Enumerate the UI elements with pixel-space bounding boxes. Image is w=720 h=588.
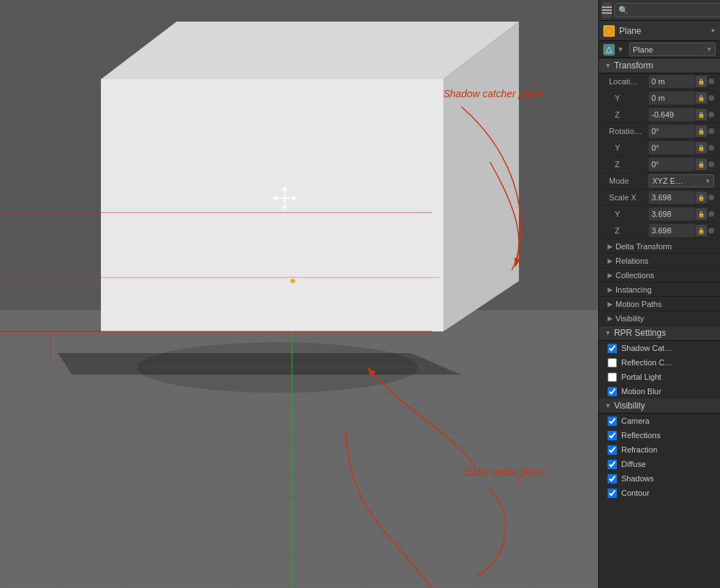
lock-sz-icon[interactable]: 🔒 <box>695 225 707 236</box>
lock-ry-icon[interactable]: 🔒 <box>695 142 707 153</box>
mode-dropdown[interactable]: XYZ E… ▼ <box>649 174 714 187</box>
transform-section-header[interactable]: ▼ Transform <box>599 58 720 74</box>
motion-blur-checkbox[interactable] <box>608 387 617 396</box>
rotation-x-value[interactable]: 0° <box>649 125 695 138</box>
motion-paths-header[interactable]: ▶ Motion Paths <box>599 297 720 311</box>
svg-rect-47 <box>602 9 612 11</box>
y-label: Y <box>609 94 649 102</box>
portal-light-row: Portal Light <box>599 370 720 384</box>
location-label: Locati… <box>609 77 649 86</box>
collections-header[interactable]: ▶ Collections <box>599 268 720 282</box>
scale-z-row: Z 3.698 🔒 <box>599 223 720 239</box>
camera-label: Camera <box>621 416 649 425</box>
shadow-catcher-row: Shadow Cat… <box>599 341 720 355</box>
lock-rx-icon[interactable]: 🔒 <box>695 125 707 137</box>
lock-x-icon[interactable]: 🔒 <box>695 76 707 87</box>
camera-checkbox[interactable] <box>608 416 617 426</box>
reflection-catcher-label: Reflection C… <box>621 358 672 367</box>
lock-sx-icon[interactable]: 🔒 <box>695 192 707 203</box>
object-name: Plane <box>619 26 641 36</box>
reflection-catcher-checkbox[interactable] <box>608 358 617 368</box>
lock-z-icon[interactable]: 🔒 <box>695 109 707 120</box>
svg-point-41 <box>290 279 295 283</box>
top-toolbar: ✦ <box>599 0 720 21</box>
contour-checkbox[interactable] <box>608 489 617 498</box>
svg-text:|: | <box>517 475 519 485</box>
rpr-settings-title: RPR Settings <box>614 328 666 338</box>
pin-icon: ✦ <box>710 27 716 35</box>
location-y-value[interactable]: 0 m <box>649 92 695 104</box>
motion-blur-label: Motion Blur <box>621 387 662 396</box>
transform-title: Transform <box>614 61 653 71</box>
rotation-y-value[interactable]: 0° <box>649 141 695 154</box>
refraction-label: Refraction <box>621 445 657 454</box>
lock-y-icon[interactable]: 🔒 <box>695 92 707 104</box>
shadows-row: Shadows <box>599 471 720 486</box>
visibility-label: Visibility <box>615 314 644 323</box>
motion-blur-row: Motion Blur <box>599 384 720 398</box>
instancing-arrow-icon: ▶ <box>608 286 613 293</box>
scale-y-row: Y 3.698 🔒 <box>599 206 720 223</box>
diffuse-label: Diffuse <box>621 460 646 468</box>
dot-y <box>708 95 714 101</box>
sz-label: Z <box>609 226 649 235</box>
svg-rect-48 <box>602 12 612 14</box>
mesh-icon <box>603 44 615 55</box>
rotation-z-row: Z 0° 🔒 <box>599 156 720 173</box>
relations-header[interactable]: ▶ Relations <box>599 254 720 268</box>
rotation-z-value[interactable]: 0° <box>649 158 695 171</box>
scale-x-value[interactable]: 3.698 <box>649 191 695 204</box>
refraction-checkbox[interactable] <box>608 445 617 455</box>
lock-sy-icon[interactable]: 🔒 <box>695 208 707 220</box>
visibility2-header[interactable]: ▼ Visibility <box>599 398 720 414</box>
object-header: Plane ✦ <box>599 21 720 41</box>
motion-paths-label: Motion Paths <box>615 300 662 308</box>
lock-rz-icon[interactable]: 🔒 <box>695 159 707 170</box>
ry-label: Y <box>609 143 649 152</box>
instancing-header[interactable]: ▶ Instancing <box>599 282 720 297</box>
search-input[interactable] <box>614 3 720 17</box>
menu-button[interactable] <box>602 2 612 18</box>
location-z-value[interactable]: -0.649 <box>649 108 695 121</box>
object-type-icon <box>603 25 615 37</box>
contour-row: Contour <box>599 486 720 500</box>
rotation-y-row: Y 0° 🔒 <box>599 140 720 156</box>
object-data-dropdown[interactable]: Plane ▼ <box>629 43 716 56</box>
svg-marker-49 <box>605 27 613 35</box>
instancing-label: Instancing <box>615 285 652 294</box>
portal-light-checkbox[interactable] <box>608 373 617 382</box>
delta-arrow-icon: ▶ <box>608 243 613 250</box>
refraction-row: Refraction <box>599 442 720 457</box>
viewport[interactable]: Shadow catcher plane Cube under plane | <box>0 0 598 588</box>
dropdown-arrow-icon: ▼ <box>706 46 712 53</box>
delta-transform-header[interactable]: ▶ Delta Transform <box>599 239 720 254</box>
dot-ry <box>708 145 714 151</box>
reflections-row: Reflections <box>599 428 720 442</box>
dot-x <box>708 79 714 84</box>
scale-z-value[interactable]: 3.698 <box>649 224 695 237</box>
relations-arrow-icon: ▶ <box>608 257 613 264</box>
rpr-settings-header[interactable]: ▼ RPR Settings <box>599 326 720 341</box>
location-z-row: Z -0.649 🔒 <box>599 107 720 123</box>
portal-light-label: Portal Light <box>621 373 662 381</box>
visibility-header[interactable]: ▶ Visibility <box>599 311 720 326</box>
shadows-checkbox[interactable] <box>608 474 617 484</box>
dot-sy <box>708 211 714 217</box>
object-data-row: ▼ Plane ▼ <box>599 41 720 58</box>
reflections-label: Reflections <box>621 431 660 440</box>
scale-y-value[interactable]: 3.698 <box>649 208 695 220</box>
shadow-catcher-checkbox[interactable] <box>608 344 617 353</box>
dot-z <box>708 112 714 117</box>
svg-marker-50 <box>606 47 612 53</box>
diffuse-checkbox[interactable] <box>608 460 617 469</box>
visibility2-title: Visibility <box>614 401 645 411</box>
svg-marker-21 <box>101 79 443 331</box>
relations-label: Relations <box>615 257 649 265</box>
scale-label: Scale X <box>609 193 649 202</box>
object-data-name: Plane <box>633 45 653 54</box>
location-x-value[interactable]: 0 m <box>649 75 695 88</box>
sy-label: Y <box>609 210 649 218</box>
reflections-checkbox[interactable] <box>608 431 617 440</box>
svg-text:Shadow catcher plane: Shadow catcher plane <box>443 88 543 99</box>
diffuse-row: Diffuse <box>599 457 720 471</box>
